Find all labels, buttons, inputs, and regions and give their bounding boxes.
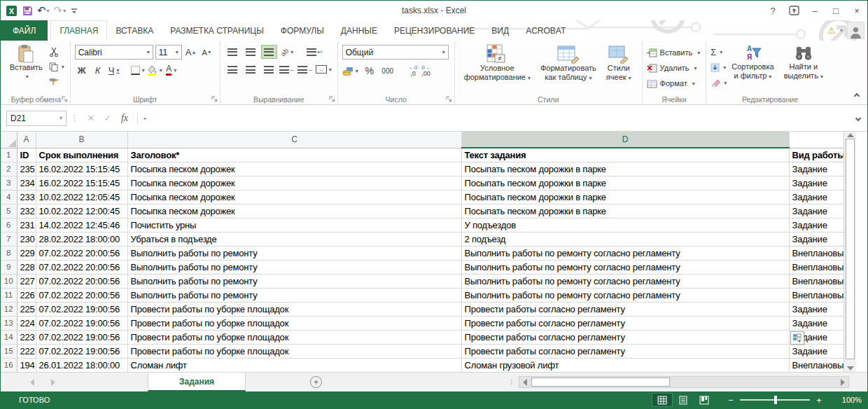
cell[interactable]: Посыпка песком дорожек [127, 162, 461, 176]
close-button[interactable]: × [846, 1, 867, 20]
undo-dropdown-icon[interactable]: ▾ [47, 8, 50, 14]
cell[interactable]: 10.02.2022 12:05:45 [36, 190, 127, 204]
cell[interactable]: 224 [17, 316, 36, 330]
cell[interactable]: 228 [17, 260, 36, 274]
font-size-combo[interactable]: 11 [155, 45, 182, 60]
cell[interactable]: 07.02.2022 20:00:56 [36, 246, 127, 260]
cell[interactable]: Провести работы по уборке площадок [127, 344, 461, 358]
zoom-level[interactable]: 100% [838, 396, 862, 404]
redo-dropdown-icon[interactable]: ▾ [63, 8, 66, 14]
bold-button[interactable]: Ж [75, 63, 89, 77]
redo-button[interactable]: ↷▾ [54, 4, 66, 17]
cell[interactable]: 227 [17, 274, 36, 288]
row-header-3[interactable]: 3 [1, 176, 17, 190]
cell[interactable]: Посыпать песком дорожки в парке [461, 162, 789, 176]
cell[interactable]: 07.02.2022 19:00:56 [36, 302, 127, 316]
cell[interactable]: Провести работы по уборке площадок [127, 316, 461, 330]
row-header-16[interactable]: 16 [1, 358, 17, 372]
cell[interactable]: Выполнить работы по ремонту [127, 274, 461, 288]
font-family-combo[interactable]: Calibri [75, 45, 153, 60]
cell[interactable]: Посыпка песком дорожек [127, 190, 461, 204]
cell[interactable]: 231 [17, 218, 36, 232]
row-header-10[interactable]: 10 [1, 274, 17, 288]
number-dialog-launcher[interactable] [446, 96, 452, 102]
cell[interactable]: Посыпка песком дорожек [127, 176, 461, 190]
customize-qat-button[interactable] [70, 6, 78, 15]
scroll-right-icon[interactable] [837, 379, 848, 386]
maximize-button[interactable]: □ [825, 1, 846, 20]
italic-button[interactable]: К [91, 63, 105, 77]
cell[interactable]: Задание [789, 176, 844, 190]
align-right-button[interactable] [261, 62, 277, 76]
cell[interactable]: 10.02.2022 12:00:45 [36, 204, 127, 218]
scroll-down-icon[interactable] [847, 366, 854, 370]
increase-indent-button[interactable] [298, 62, 314, 76]
orientation-button[interactable] [279, 45, 295, 59]
vertical-scrollbar-thumb[interactable] [846, 139, 855, 359]
tab-page-layout[interactable]: РАЗМЕТКА СТРАНИЦЫ [162, 20, 272, 41]
insert-function-button[interactable]: fx [116, 113, 133, 124]
clipboard-dialog-launcher[interactable] [62, 96, 68, 102]
row-header-11[interactable]: 11 [1, 288, 17, 302]
help-button[interactable]: ? [762, 1, 783, 20]
row-header-9[interactable]: 9 [1, 260, 17, 274]
cell[interactable]: Внеплановый [789, 274, 844, 288]
horizontal-scrollbar[interactable] [519, 376, 849, 388]
cell[interactable]: Провести работы согласно регламенту [461, 316, 789, 330]
shrink-font-button[interactable]: A▼ [200, 46, 214, 60]
cell[interactable]: Посыпать песком дорожки в парке [461, 176, 789, 190]
cell[interactable]: 28.02.2022 18:00:00 [36, 232, 127, 246]
copy-button[interactable] [49, 60, 64, 73]
cell[interactable]: 223 [17, 330, 36, 344]
cut-button[interactable] [49, 46, 64, 58]
expand-formula-bar-button[interactable] [849, 116, 867, 120]
cell[interactable]: Посыпать песком дорожки в парке [461, 204, 789, 218]
cell[interactable]: 230 [17, 232, 36, 246]
cell[interactable]: Задание [789, 232, 844, 246]
accounting-format-button[interactable] [342, 64, 358, 78]
cell[interactable]: Выполнить работы по ремонту [127, 246, 461, 260]
decrease-indent-button[interactable] [279, 62, 295, 76]
conditional-formatting-button[interactable]: ≠ Условное форматирование [459, 43, 536, 83]
normal-view-button[interactable] [652, 393, 673, 407]
cancel-entry-button[interactable]: ✕ [83, 113, 99, 123]
cell[interactable]: 2 подъезд [461, 232, 789, 246]
column-header-c[interactable]: C [127, 132, 461, 148]
minimize-button[interactable]: – [804, 1, 825, 20]
row-header-7[interactable]: 7 [1, 232, 17, 246]
fill-button[interactable] [710, 61, 727, 74]
cell[interactable]: Посыпка песком дорожек [127, 204, 461, 218]
sort-filter-button[interactable]: АЯ Сортировка и фильтр [727, 43, 778, 82]
row-header-8[interactable]: 8 [1, 246, 17, 260]
align-center-button[interactable] [243, 62, 259, 76]
cell[interactable]: Внеплановый [789, 288, 844, 302]
row-header-14[interactable]: 14 [1, 330, 17, 344]
cell[interactable]: Срок выполнения [36, 148, 127, 162]
merge-center-button[interactable] [316, 62, 332, 76]
splitter-grip-icon[interactable]: ⁞ [510, 378, 513, 386]
tab-insert[interactable]: ВСТАВКА [107, 20, 162, 41]
alignment-dialog-launcher[interactable] [329, 96, 335, 102]
cell[interactable]: 16.02.2022 15:15:45 [36, 176, 127, 190]
formula-input[interactable]: - [138, 113, 849, 123]
page-break-view-button[interactable] [694, 393, 715, 407]
insert-cells-button[interactable]: Вставить [647, 46, 701, 60]
percent-style-button[interactable]: % [363, 64, 377, 78]
column-header-d-selected[interactable]: D [461, 132, 789, 148]
autosum-button[interactable]: Σ [710, 46, 727, 58]
save-button[interactable] [22, 6, 33, 16]
cell[interactable]: Выполнить работы по ремонту согласно рег… [461, 260, 789, 274]
cell[interactable]: Убраться в подъезде [127, 232, 461, 246]
zoom-slider[interactable] [740, 399, 810, 401]
cell[interactable]: Провести работы согласно регламенту [461, 330, 789, 344]
cell[interactable]: Задание [789, 302, 844, 316]
tab-review[interactable]: РЕЦЕНЗИРОВАНИЕ [386, 20, 483, 41]
cell[interactable]: Выполнить работы по ремонту [127, 288, 461, 302]
decrease-decimal-button[interactable]: 0→,00 [421, 65, 430, 76]
comma-style-button[interactable]: 000 [381, 64, 395, 78]
column-header-b[interactable]: B [36, 132, 127, 148]
row-header-1[interactable]: 1 [1, 148, 17, 162]
cell[interactable]: 194 [17, 358, 36, 372]
format-as-table-button[interactable]: Форматировать как таблицу [536, 43, 601, 83]
cell[interactable]: Провести работы согласно регламенту [461, 344, 789, 358]
